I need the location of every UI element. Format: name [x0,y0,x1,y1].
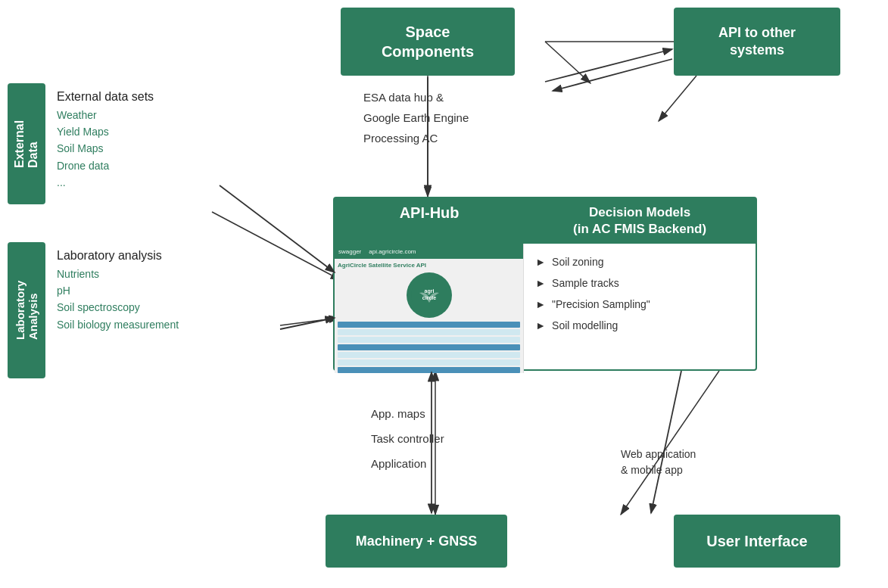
api-hub-content: swagger api.agricircle.com AgriCircle Sa… [335,244,756,373]
mockup-url: api.agricircle.com [369,248,416,255]
mockup-row-6 [338,359,520,366]
arrow-icon-2: ► [535,272,546,294]
lab-item-2: pH [57,282,179,299]
external-data-block: External data sets Weather Yield Maps So… [57,87,154,191]
machinery-gnss-label: Machinery + GNSS [356,534,478,549]
lab-item-4: Soil biology measurement [57,316,179,333]
svg-line-6 [659,76,696,121]
mockup-row-3 [338,337,520,343]
external-data-title: External data sets [57,87,154,107]
external-data-sidebar: External Data [8,83,45,204]
esa-line3: Processing AC [363,128,469,148]
lab-item-3: Soil spectroscopy [57,299,179,316]
user-interface-label: User Interface [706,533,807,550]
svg-line-17 [280,318,335,329]
decision-item-4-label: Soil modelling [552,315,618,336]
web-app-line1: Web application [621,446,696,462]
decision-item-2: ► Sample tracks [535,272,744,294]
bottom-text-block: App. maps Task controller Application [371,401,444,476]
external-data-item-4: Drone data [57,157,154,174]
machinery-gnss-box: Machinery + GNSS [326,515,507,568]
esa-text-block: ESA data hub & Google Earth Engine Proce… [363,87,469,148]
svg-text:agri: agri [424,288,434,294]
svg-line-16 [220,185,335,272]
mockup-row-5 [338,352,520,358]
decision-item-3-label: "Precision Sampling" [552,294,650,315]
svg-line-21 [651,371,681,513]
mockup-api-title: AgriCircle Satellite Service API [338,262,520,269]
mockup-row-1 [338,322,520,328]
arrow-icon-1: ► [535,251,546,272]
mockup-header-text: swagger [338,248,361,255]
api-hub-title-label: API-Hub [335,198,524,244]
arrow-icon-3: ► [535,294,546,315]
external-data-item-1: Weather [57,107,154,123]
lab-analysis-sidebar: Laboratory Analysis [8,242,45,378]
mockup-body: AgriCircle Satellite Service API agri ci… [335,259,523,373]
decision-item-1: ► Soil zoning [535,251,744,272]
space-components-box: Space Components [341,8,515,76]
decision-models-title-label: Decision Models (in AC FMIS Backend) [524,198,756,244]
decision-item-2-label: Sample tracks [552,272,619,294]
external-data-label-text: External Data [13,120,40,167]
mockup-header: swagger api.agricircle.com [335,244,523,259]
esa-line1: ESA data hub & [363,87,469,107]
api-other-systems-label: API to other systems [718,24,796,60]
space-components-label: Space Components [382,22,474,61]
lab-analysis-block: Laboratory analysis Nutrients pH Soil sp… [57,246,179,333]
decision-models-content: ► Soil zoning ► Sample tracks ► "Precisi… [524,244,756,373]
mockup-row-2 [338,329,520,335]
mockup-rows [338,322,520,373]
agri-circle-logo: agri circle [407,272,452,318]
decision-item-1-label: Soil zoning [552,251,604,272]
mockup-logo-area: agri circle [338,272,520,318]
svg-line-2 [280,318,339,325]
user-interface-box: User Interface [674,515,840,568]
diagram-container: Space Components API to other systems Ex… [0,0,888,588]
web-app-text-block: Web application & mobile app [621,446,696,478]
arrow-icon-4: ► [535,315,546,336]
esa-line2: Google Earth Engine [363,107,469,128]
lab-item-1: Nutrients [57,266,179,282]
svg-line-1 [212,212,341,280]
lab-analysis-label-text: Laboratory Analysis [14,281,39,340]
screenshot-mockup: swagger api.agricircle.com AgriCircle Sa… [335,244,524,373]
mockup-row-4 [338,344,520,350]
api-hub-decision-box: API-Hub Decision Models (in AC FMIS Back… [333,197,757,371]
bottom-item-1: App. maps [371,401,444,426]
bottom-item-3: Application [371,451,444,476]
external-data-item-5: ... [57,174,154,191]
external-data-item-2: Yield Maps [57,123,154,140]
svg-line-7 [621,371,719,515]
decision-item-4: ► Soil modelling [535,315,744,336]
web-app-line2: & mobile app [621,462,696,478]
svg-line-20 [553,59,672,91]
svg-line-5 [545,42,590,83]
mockup-row-7 [338,367,520,373]
lab-analysis-title: Laboratory analysis [57,246,179,266]
api-other-systems-box: API to other systems [674,8,840,76]
api-hub-header: API-Hub Decision Models (in AC FMIS Back… [335,198,756,244]
svg-line-19 [545,49,672,82]
decision-item-3: ► "Precision Sampling" [535,294,744,315]
bottom-item-2: Task controller [371,426,444,451]
external-data-item-3: Soil Maps [57,140,154,157]
